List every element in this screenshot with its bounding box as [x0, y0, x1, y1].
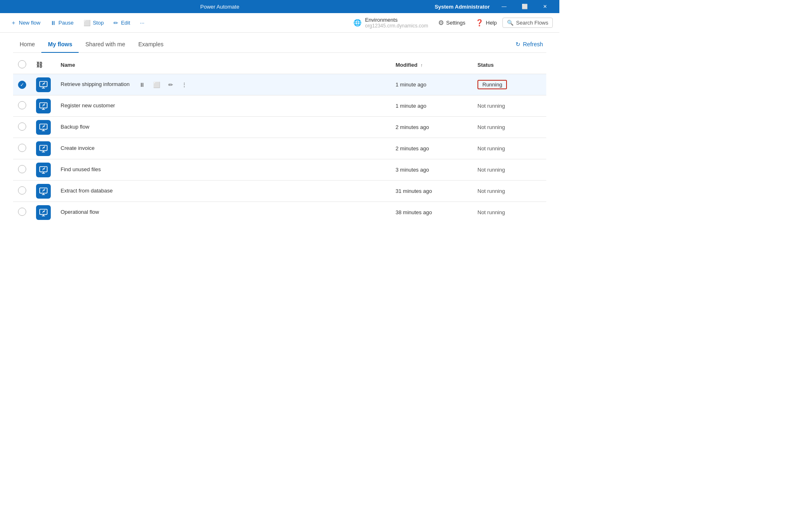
refresh-icon: ↻: [516, 41, 520, 48]
table-row[interactable]: Create invoice⏸⬜✏⋮2 minutes agoNot runni…: [13, 138, 546, 159]
row-more-button[interactable]: ⋮: [180, 80, 189, 90]
minimize-button[interactable]: —: [495, 0, 513, 13]
row-checkbox-cell: [13, 159, 31, 181]
row-more-button[interactable]: ⋮: [151, 165, 160, 175]
edit-label: Edit: [121, 20, 130, 26]
select-all-checkbox[interactable]: [18, 60, 26, 68]
globe-icon: 🌐: [353, 19, 362, 27]
close-button[interactable]: ✕: [536, 0, 554, 13]
icon-header: ⛓: [31, 56, 56, 74]
table-row[interactable]: Find unused files⏸⬜✏⋮3 minutes agoNot ru…: [13, 159, 546, 181]
row-checkbox-cell: ✓: [13, 74, 31, 95]
edit-button[interactable]: ✏ Edit: [109, 17, 134, 29]
tab-shared[interactable]: Shared with me: [79, 36, 131, 52]
sort-asc-icon: ↑: [421, 63, 423, 68]
tab-home[interactable]: Home: [13, 36, 41, 52]
row-pause-button[interactable]: ⏸: [121, 186, 130, 196]
row-more-button[interactable]: ⋮: [140, 122, 149, 132]
table-row[interactable]: Operational flow⏸⬜✏⋮38 minutes agoNot ru…: [13, 202, 546, 223]
row-stop-button[interactable]: ⬜: [111, 122, 122, 132]
search-label: Search Flows: [516, 20, 548, 26]
row-edit-button[interactable]: ✏: [152, 101, 161, 111]
name-header[interactable]: Name: [56, 56, 391, 74]
stop-button[interactable]: ⬜ Stop: [79, 17, 108, 29]
environments-button[interactable]: 🌐 Environments org12345.crm.dynamics.com: [349, 14, 432, 31]
help-label: Help: [486, 20, 497, 26]
flow-name: Operational flow: [61, 209, 99, 215]
table-row[interactable]: Register new customer⏸⬜✏⋮1 minute agoNot…: [13, 95, 546, 117]
nav-tabs: Home My flows Shared with me Examples ↻ …: [13, 36, 546, 53]
tab-examples[interactable]: Examples: [132, 36, 170, 52]
row-stop-button[interactable]: ⬜: [137, 101, 147, 111]
flow-icon-cell: [31, 117, 56, 138]
row-pause-button[interactable]: ⏸: [103, 144, 112, 154]
app-title: Power Automate: [200, 4, 239, 10]
row-checkbox[interactable]: [18, 122, 26, 131]
status-text: Not running: [477, 209, 505, 215]
row-stop-button[interactable]: ⬜: [152, 80, 162, 90]
flow-name: Register new customer: [61, 102, 115, 109]
row-pause-button[interactable]: ⏸: [97, 122, 106, 132]
new-flow-button[interactable]: ＋ New flow: [7, 17, 45, 29]
flow-icon: [36, 184, 51, 199]
flow-status-cell: Running: [473, 74, 546, 95]
flow-icon-cell: [31, 159, 56, 181]
tab-my-flows[interactable]: My flows: [41, 36, 79, 52]
modified-header[interactable]: Modified ↑: [391, 56, 473, 74]
flow-icon: [36, 141, 51, 156]
settings-button[interactable]: ⚙ Settings: [434, 16, 470, 29]
row-checkbox[interactable]: [18, 144, 26, 152]
refresh-label: Refresh: [523, 41, 543, 48]
row-actions: ⏸⬜✏⋮: [138, 80, 189, 90]
row-stop-button[interactable]: ⬜: [135, 186, 145, 196]
row-pause-button[interactable]: ⏸: [107, 208, 116, 217]
flow-name: Extract from database: [61, 188, 113, 194]
row-more-button[interactable]: ⋮: [145, 144, 154, 154]
flow-icon-cell: [31, 138, 56, 159]
row-stop-button[interactable]: ⬜: [117, 144, 127, 154]
flow-icon: [36, 99, 51, 113]
row-checkbox[interactable]: [18, 165, 26, 173]
status-text: Not running: [477, 145, 505, 152]
pause-icon: ⏸: [50, 20, 56, 26]
more-button[interactable]: ···: [136, 17, 149, 28]
flow-modified-cell: 2 minutes ago: [391, 117, 473, 138]
row-more-button[interactable]: ⋮: [163, 186, 172, 196]
flow-name: Find unused files: [61, 166, 101, 172]
flow-name: Backup flow: [61, 124, 89, 130]
row-pause-button[interactable]: ⏸: [109, 165, 118, 175]
row-stop-button[interactable]: ⬜: [123, 165, 133, 175]
row-checkbox[interactable]: [18, 101, 26, 109]
flow-name-cell: Find unused files⏸⬜✏⋮: [56, 159, 391, 181]
stop-icon: ⬜: [84, 20, 90, 26]
table-row[interactable]: Extract from database⏸⬜✏⋮31 minutes agoN…: [13, 181, 546, 202]
row-pause-button[interactable]: ⏸: [138, 80, 147, 90]
flow-status-cell: Not running: [473, 202, 546, 223]
row-checkbox[interactable]: [18, 208, 26, 216]
refresh-button[interactable]: ↻ Refresh: [512, 39, 546, 49]
row-more-button[interactable]: ⋮: [149, 208, 158, 217]
flow-status-cell: Not running: [473, 138, 546, 159]
row-edit-button[interactable]: ✏: [127, 122, 135, 132]
row-more-button[interactable]: ⋮: [165, 101, 174, 111]
help-button[interactable]: ❓ Help: [471, 16, 501, 29]
table-row[interactable]: Backup flow⏸⬜✏⋮2 minutes agoNot running: [13, 117, 546, 138]
select-all-header[interactable]: [13, 56, 31, 74]
row-edit-button[interactable]: ✏: [167, 80, 175, 90]
row-edit-button[interactable]: ✏: [138, 165, 146, 175]
row-checkbox[interactable]: ✓: [18, 81, 26, 89]
row-edit-button[interactable]: ✏: [136, 208, 145, 217]
row-checkbox[interactable]: [18, 186, 26, 195]
search-flows-box[interactable]: 🔍 Search Flows: [502, 18, 553, 28]
title-bar: Power Automate System Administrator — ⬜ …: [0, 0, 559, 13]
status-text: Not running: [477, 188, 505, 194]
row-checkbox-cell: [13, 181, 31, 202]
row-edit-button[interactable]: ✏: [132, 144, 140, 154]
row-stop-button[interactable]: ⬜: [121, 208, 131, 217]
restore-button[interactable]: ⬜: [515, 0, 534, 13]
table-row[interactable]: ✓ Retrieve shipping information⏸⬜✏⋮1 min…: [13, 74, 546, 95]
row-edit-button[interactable]: ✏: [150, 186, 158, 196]
pause-button[interactable]: ⏸ Pause: [46, 17, 78, 29]
row-checkbox-cell: [13, 95, 31, 117]
row-pause-button[interactable]: ⏸: [123, 101, 132, 111]
